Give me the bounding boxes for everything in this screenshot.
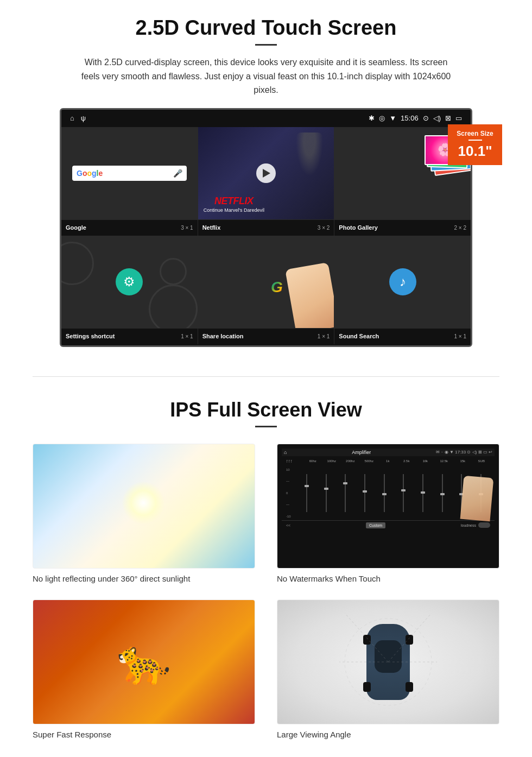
app-cell-share-location: G Share location 1 × 1 [198, 236, 335, 344]
app-row-1: Google 🎤 Google 3 × 1 [61, 127, 471, 236]
eq-thumb-3 [343, 482, 347, 484]
netflix-app-name: Netflix [202, 224, 221, 231]
netflix-subtitle: Continue Marvel's Daredevil [204, 207, 264, 213]
feature-image-sky [33, 444, 255, 569]
music-note-icon: ♪ [400, 274, 406, 289]
car-top-view [366, 624, 410, 700]
eq-thumb-1 [305, 485, 309, 487]
bg-circle-2 [160, 258, 187, 285]
wifi-signal-icon: ▼ [389, 114, 396, 122]
screen-size-badge: Screen Size 10.1" [448, 124, 502, 165]
app-cell-sound-search: ♪ Sound Search 1 × 1 [334, 236, 471, 344]
home-icon: ⌂ [70, 114, 74, 122]
feature-image-cheetah [33, 600, 255, 724]
google-search-bar[interactable]: Google 🎤 [72, 166, 187, 181]
custom-preset-button[interactable]: Custom [366, 522, 385, 528]
feature-caption-large-viewing: Large Viewing Angle [277, 730, 499, 739]
eq-slider-3[interactable] [336, 469, 354, 518]
eq-slider-8[interactable] [433, 469, 452, 518]
settings-bg [61, 236, 198, 328]
badge-title: Screen Size [452, 130, 498, 137]
title-underline-2 [255, 426, 277, 427]
feature-caption-fast-response: Super Fast Response [33, 730, 255, 739]
status-right: ✱ ◎ ▼ 15:06 ⊙ ◁) ⊠ ▭ [369, 114, 462, 122]
eq-track-1 [306, 474, 307, 512]
amp-home-icon: ⌂ [284, 450, 287, 455]
settings-app-size: 1 × 1 [181, 333, 193, 339]
gmaps-icon: G [271, 279, 283, 296]
sound-search-app-name: Sound Search [339, 333, 379, 339]
amp-title: Amplifier [352, 450, 371, 455]
device-mockup: Screen Size 10.1" ⌂ ψ ✱ ◎ ▼ 15:06 ⊙ ◁) ⊠ [60, 108, 472, 347]
dot-3 [270, 346, 274, 347]
netflix-play-button[interactable] [256, 163, 276, 183]
eq-thumb-4 [363, 490, 367, 493]
title-underline-1 [255, 44, 277, 46]
eq-track-3 [345, 474, 346, 512]
photo-gallery-label-row: Photo Gallery 2 × 2 [334, 219, 471, 236]
loudness-label: loudness [461, 523, 476, 527]
status-left: ⌂ ψ [70, 114, 86, 122]
share-location-label-row: Share location 1 × 1 [198, 328, 334, 344]
play-triangle-icon [263, 169, 270, 178]
eq-slider-7[interactable] [414, 469, 432, 518]
loudness-row: loudness [461, 522, 490, 528]
loudness-toggle[interactable] [478, 522, 490, 528]
badge-size: 10.1" [452, 143, 498, 160]
photo-gallery-app-name: Photo Gallery [339, 224, 378, 231]
google-app-size: 3 × 1 [181, 225, 193, 231]
hand-image [286, 262, 334, 328]
feature-fast-response: Super Fast Response [33, 600, 255, 739]
status-time: 15:06 [401, 114, 419, 122]
netflix-figure [296, 133, 323, 176]
location-icon: ◎ [379, 114, 385, 122]
status-bar: ⌂ ψ ✱ ◎ ▼ 15:06 ⊙ ◁) ⊠ ▭ [61, 110, 471, 127]
eq-thumb-8 [440, 493, 445, 495]
volume-icon: ◁) [433, 114, 441, 122]
feature-image-car [277, 600, 499, 724]
section-curved-screen: 2.5D Curved Touch Screen With 2.5D curve… [0, 0, 532, 360]
share-location-app-size: 1 × 1 [318, 333, 330, 339]
feature-no-light-reflect: No light reflecting under 360° direct su… [33, 444, 255, 583]
svg-line-0 [345, 613, 388, 662]
eq-track-7 [422, 474, 423, 512]
eq-slider-1[interactable] [297, 469, 316, 518]
netflix-thumb: NETFLIX Continue Marvel's Daredevil [198, 127, 334, 219]
feature-large-viewing: Large Viewing Angle [277, 600, 499, 739]
bg-circle-1 [61, 242, 94, 285]
sound-search-thumb: ♪ [334, 236, 471, 328]
photo-gallery-app-size: 2 × 2 [454, 225, 466, 231]
features-grid: No light reflecting under 360° direct su… [33, 444, 499, 739]
feature-caption-no-watermarks: No Watermarks When Touch [277, 574, 499, 583]
camera-icon: ⊙ [423, 114, 429, 122]
screen-icon: ▭ [455, 114, 462, 122]
amp-eq-section: 10 — 0 — -10 [282, 466, 495, 520]
app-row-2: ⚙ Settings shortcut 1 × 1 G Shar [61, 236, 471, 344]
device-screen: ⌂ ψ ✱ ◎ ▼ 15:06 ⊙ ◁) ⊠ ▭ [60, 108, 472, 347]
eq-track-4 [364, 474, 365, 512]
eq-slider-6[interactable] [395, 469, 413, 518]
usb-icon: ψ [81, 114, 86, 122]
amp-icons: ✉ ·· ◉ ▼ 17:33 ⊙ ◁) ⊠ ▭ ↩ [436, 450, 492, 455]
eq-slider-2[interactable] [317, 469, 335, 518]
eq-track-6 [403, 474, 404, 512]
settings-thumb: ⚙ [61, 236, 198, 328]
settings-label-row: Settings shortcut 1 × 1 [61, 328, 198, 344]
section1-title: 2.5D Curved Touch Screen [33, 16, 499, 40]
netflix-brand: NETFLIX [204, 195, 264, 207]
amp-footer: << Custom loudness [282, 520, 495, 530]
touch-hand-image [460, 476, 494, 521]
settings-app-name: Settings shortcut [66, 333, 115, 339]
battery-icon: ⊠ [445, 114, 451, 122]
app-cell-google: Google 🎤 Google 3 × 1 [61, 127, 198, 236]
feature-image-amplifier: ⌂ Amplifier ✉ ·· ◉ ▼ 17:33 ⊙ ◁) ⊠ ▭ ↩ ⊺⊺… [277, 444, 499, 569]
share-location-thumb: G [198, 236, 334, 328]
eq-slider-4[interactable] [356, 469, 374, 518]
amp-label-row: ⊺⊺⊺ 60hz 100hz 200hz 500hz 1k 2.5k 10k 1… [282, 458, 495, 465]
amp-freq-labels: 60hz 100hz 200hz 500hz 1k 2.5k 10k 12.5k… [304, 459, 490, 464]
eq-thumb-5 [382, 493, 387, 495]
eq-slider-5[interactable] [375, 469, 394, 518]
eq-track-8 [442, 474, 443, 512]
eq-track-2 [326, 474, 327, 512]
dots-indicator [61, 344, 471, 347]
